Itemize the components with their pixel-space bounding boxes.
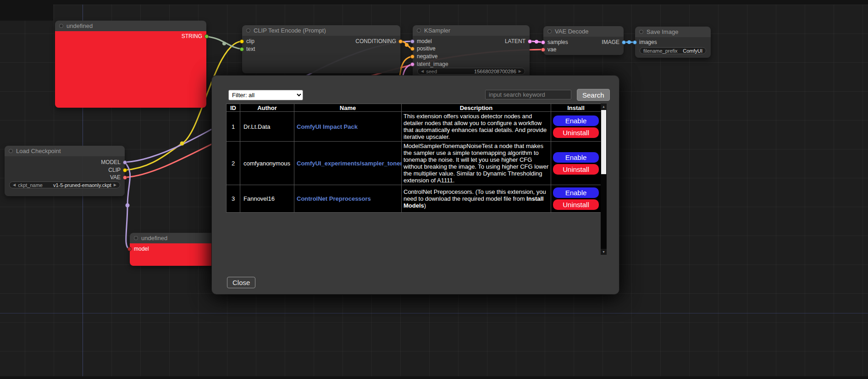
- search-input[interactable]: [485, 90, 571, 99]
- node-vae-decode[interactable]: VAE Decode samples vae IMAGE: [543, 26, 624, 55]
- uninstall-button[interactable]: Uninstall: [553, 199, 599, 210]
- input-slot-images[interactable]: images: [633, 39, 657, 45]
- scrollbar-thumb[interactable]: [601, 110, 606, 174]
- node-undefined-bottom[interactable]: undefined model: [130, 233, 215, 266]
- scroll-down-icon[interactable]: ▼: [601, 249, 607, 255]
- slot-dot-icon[interactable]: [410, 47, 415, 51]
- ckpt-name-widget[interactable]: ◀ ckpt_name v1-5-pruned-emaonly.ckpt ▶: [9, 181, 120, 188]
- enable-button[interactable]: Enable: [553, 115, 599, 126]
- search-button[interactable]: Search: [577, 89, 610, 101]
- extension-manager-dialog: Filter: all Search ID Author Name Descri…: [212, 76, 619, 294]
- slot-label: LATENT: [505, 38, 525, 44]
- node-title-bar[interactable]: VAE Decode: [543, 26, 624, 37]
- header-install: Install: [551, 104, 601, 112]
- link-dot: [405, 43, 409, 47]
- slot-label: latent_image: [417, 61, 448, 67]
- slot-dot-icon[interactable]: [240, 39, 244, 44]
- output-slot-vae[interactable]: VAE: [110, 174, 127, 181]
- slot-dot-icon[interactable]: [123, 160, 127, 165]
- slot-dot-icon[interactable]: [622, 40, 626, 44]
- filter-select[interactable]: Filter: all: [228, 90, 303, 100]
- table-row: 1 Dr.Lt.Data ComfyUI Impact Pack This ex…: [227, 112, 601, 142]
- decrement-arrow-icon[interactable]: ◀: [421, 70, 424, 73]
- slot-dot-icon[interactable]: [123, 168, 127, 172]
- collapse-dot-icon[interactable]: [417, 28, 421, 33]
- description-text: This extension offers various detector n…: [404, 113, 547, 140]
- extension-link[interactable]: ComfyUI_experiments/sampler_tonemap: [297, 160, 402, 167]
- slot-dot-icon[interactable]: [123, 176, 127, 180]
- enable-button[interactable]: Enable: [553, 187, 599, 198]
- node-ksampler[interactable]: KSampler model positive negative latent_…: [413, 25, 530, 80]
- node-undefined-top[interactable]: undefined STRING: [55, 21, 206, 108]
- node-title: undefined: [141, 235, 167, 242]
- slot-label: text: [246, 46, 255, 52]
- cell-install: Enable Uninstall: [551, 112, 601, 142]
- input-slot-latent-image[interactable]: latent_image: [410, 61, 448, 67]
- input-slot-clip[interactable]: clip: [240, 38, 254, 44]
- collapse-dot-icon[interactable]: [134, 236, 138, 240]
- node-load-checkpoint[interactable]: Load Checkpoint MODEL CLIP VAE ◀ ckpt_na…: [5, 146, 125, 196]
- slot-dot-icon[interactable]: [541, 48, 545, 52]
- slot-dot-icon[interactable]: [633, 40, 637, 44]
- collapse-dot-icon[interactable]: [59, 24, 63, 28]
- node-title-bar[interactable]: Load Checkpoint: [5, 146, 125, 156]
- slot-dot-icon[interactable]: [127, 247, 132, 251]
- slot-label: IMAGE: [602, 39, 619, 45]
- scroll-up-icon[interactable]: ▲: [601, 104, 607, 110]
- slot-dot-icon[interactable]: [398, 39, 403, 44]
- input-slot-model[interactable]: model: [410, 38, 432, 44]
- uninstall-button[interactable]: Uninstall: [553, 164, 599, 175]
- node-title-bar[interactable]: KSampler: [413, 25, 530, 36]
- collapse-dot-icon[interactable]: [547, 29, 552, 33]
- cell-name: ComfyUI Impact Pack: [294, 112, 402, 142]
- increment-arrow-icon[interactable]: ▶: [519, 70, 521, 73]
- extension-link[interactable]: ComfyUI Impact Pack: [297, 123, 358, 130]
- collapse-dot-icon[interactable]: [639, 30, 643, 34]
- close-button[interactable]: Close: [227, 277, 255, 288]
- input-slot-negative[interactable]: negative: [410, 53, 437, 60]
- input-slot-positive[interactable]: positive: [410, 45, 436, 52]
- slot-dot-icon[interactable]: [410, 39, 415, 44]
- table-scrollbar[interactable]: ▲ ▼: [601, 104, 607, 255]
- node-save-image[interactable]: Save Image images filename_prefix ComfyU…: [635, 27, 711, 58]
- node-title-bar[interactable]: undefined: [130, 233, 215, 243]
- node-title-bar[interactable]: undefined: [55, 21, 206, 31]
- slot-dot-icon[interactable]: [410, 55, 415, 59]
- node-clip-text-encode[interactable]: CLIP Text Encode (Prompt) clip text COND…: [242, 25, 400, 73]
- table-row: 3 Fannovel16 ControlNet Preprocessors Co…: [227, 185, 601, 213]
- slot-dot-icon[interactable]: [528, 39, 532, 44]
- output-slot-conditioning[interactable]: CONDITIONING: [355, 38, 403, 44]
- filename-prefix-widget[interactable]: filename_prefix ComfyUI: [640, 47, 706, 54]
- node-title: Save Image: [647, 28, 678, 35]
- slot-label: STRING: [182, 33, 202, 39]
- node-title-bar[interactable]: CLIP Text Encode (Prompt): [242, 25, 400, 36]
- widget-label: filename_prefix: [643, 48, 678, 54]
- widget-value: v1-5-pruned-emaonly.ckpt: [53, 182, 111, 188]
- slot-dot-icon[interactable]: [205, 34, 209, 38]
- output-slot-clip[interactable]: CLIP: [108, 167, 127, 173]
- output-slot-latent[interactable]: LATENT: [505, 38, 532, 44]
- input-slot-model[interactable]: model: [127, 246, 149, 252]
- slot-dot-icon[interactable]: [541, 40, 545, 44]
- slot-dot-icon[interactable]: [410, 62, 415, 66]
- collapse-dot-icon[interactable]: [9, 149, 13, 153]
- output-slot-model[interactable]: MODEL: [101, 159, 127, 165]
- input-slot-samples[interactable]: samples: [541, 39, 568, 45]
- table-row: 2 comfyanonymous ComfyUI_experiments/sam…: [227, 142, 601, 185]
- slot-label: MODEL: [101, 159, 121, 165]
- node-title-bar[interactable]: Save Image: [635, 27, 711, 37]
- uninstall-button[interactable]: Uninstall: [553, 127, 599, 138]
- input-slot-text[interactable]: text: [240, 46, 255, 52]
- collapse-dot-icon[interactable]: [246, 28, 250, 33]
- next-arrow-icon[interactable]: ▶: [114, 183, 116, 187]
- enable-button[interactable]: Enable: [553, 152, 599, 163]
- slot-label: model: [417, 38, 432, 44]
- seed-widget[interactable]: ◀ seed 156680208700286 ▶: [417, 68, 525, 75]
- output-slot-string[interactable]: STRING: [182, 33, 209, 39]
- output-slot-image[interactable]: IMAGE: [602, 39, 626, 45]
- input-slot-vae[interactable]: vae: [541, 46, 556, 53]
- slot-dot-icon[interactable]: [240, 47, 244, 51]
- extension-link[interactable]: ControlNet Preprocessors: [297, 195, 371, 202]
- node-title: Load Checkpoint: [16, 148, 61, 154]
- previous-arrow-icon[interactable]: ◀: [13, 183, 16, 187]
